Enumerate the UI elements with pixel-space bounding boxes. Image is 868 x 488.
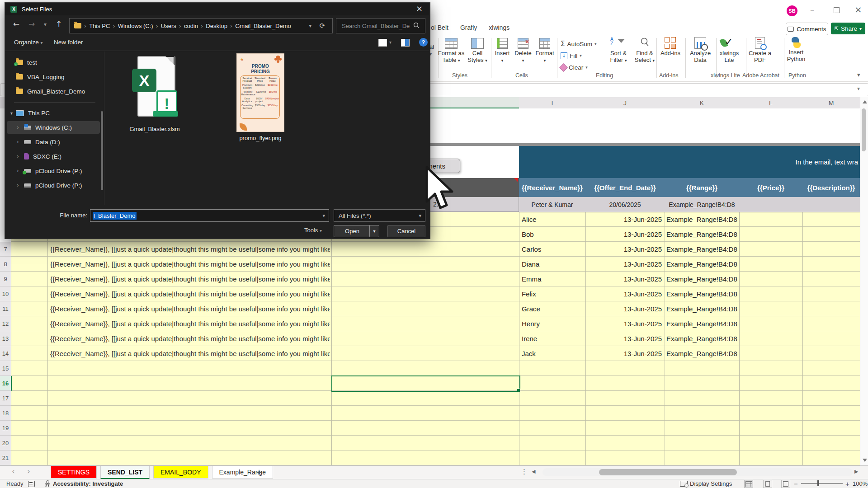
row-header-21[interactable]: 21 (0, 450, 11, 465)
recipient-name-cell[interactable]: Emma (522, 272, 584, 286)
sidebar-item-windows-c-[interactable]: ›Windows (C:) (7, 121, 100, 134)
row-header-14[interactable]: 14 (0, 346, 11, 361)
share-button[interactable]: ⇱ Share ▾ (831, 23, 865, 34)
zoom-level[interactable]: 100% (853, 480, 868, 487)
recipient-name-cell[interactable]: Alice (522, 212, 584, 226)
recipient-date-cell[interactable]: 13-Jun-2025 (585, 212, 662, 226)
fill-handle[interactable] (517, 389, 520, 392)
nav-up-icon[interactable]: ↑ (56, 19, 62, 28)
insert-cells-button[interactable]: Insert▾ (492, 37, 513, 76)
next-sheet-arrow[interactable]: › (27, 467, 30, 476)
new-sheet-button[interactable]: + (256, 468, 262, 477)
row-header-11[interactable]: 11 (0, 301, 11, 316)
recipient-range-cell[interactable]: Example_Range!B4:D8 (666, 301, 739, 316)
ribbon-tab-grafly[interactable]: Grafly (460, 24, 477, 35)
recipient-name-cell[interactable]: Felix (522, 286, 584, 301)
sidebar-item-this-pc[interactable]: ▾This PC (7, 107, 100, 119)
template-header-cell[interactable]: {{Offer_End_Date}} (585, 178, 665, 197)
recipient-name-cell[interactable]: Diana (522, 257, 584, 271)
recipient-date-cell[interactable]: 13-Jun-2025 (585, 316, 662, 331)
message-template-cell[interactable]: {{Receiver_Name}}, [[just a quick update… (50, 301, 330, 316)
cancel-button[interactable]: Cancel (387, 225, 425, 237)
sidebar-item-data-d-[interactable]: ›Data (D:) (7, 136, 100, 148)
sheet-tab-send_list[interactable]: SEND_LIST (100, 466, 150, 479)
message-template-cell[interactable]: {{Receiver_Name}}, [[just a quick update… (50, 272, 330, 286)
zoom-slider-thumb[interactable] (817, 480, 819, 486)
sidebar-item-vba-logging[interactable]: VBA_Logging (7, 70, 100, 83)
recipient-range-cell[interactable]: Example_Range!B4:D8 (666, 257, 739, 271)
sidebar-scrollbar[interactable] (101, 111, 103, 190)
row-header-19[interactable]: 19 (0, 421, 11, 436)
ribbon-tab-ol-belt[interactable]: ol Belt (431, 24, 448, 35)
recipient-name-cell[interactable]: Carlos (522, 242, 584, 256)
example-row-cell[interactable]: Peter & Kumar (519, 197, 586, 212)
row-header-20[interactable]: 20 (0, 436, 11, 450)
autosum-button[interactable]: Σ AutoSum▾ (561, 39, 597, 49)
sidebar-item-sdxc-e-[interactable]: ›SDXC (E:) (7, 150, 100, 163)
display-settings-label[interactable]: Display Settings (690, 480, 732, 487)
open-button[interactable]: Open (334, 225, 371, 237)
vertical-scroll-thumb[interactable] (862, 108, 866, 151)
search-box[interactable]: Search Gmail_Blaster_Demo (336, 18, 425, 33)
recipient-range-cell[interactable]: Example_Range!B4:D8 (666, 331, 739, 346)
recipient-date-cell[interactable]: 13-Jun-2025 (585, 331, 662, 346)
sort-filter-button[interactable]: AZ Sort & Filter ▾ (606, 37, 631, 76)
comments-button[interactable]: Comments (786, 23, 828, 35)
collapse-chevron-icon[interactable]: › (17, 182, 19, 188)
scroll-up-arrow[interactable] (863, 100, 867, 103)
recipient-name-cell[interactable]: Bob (522, 227, 584, 241)
column-header-L[interactable]: L (739, 97, 803, 108)
preview-pane-button[interactable] (401, 39, 410, 47)
nav-forward-icon[interactable]: → (28, 19, 35, 28)
row-header-16[interactable]: 16 (0, 376, 12, 391)
recipient-date-cell[interactable]: 13-Jun-2025 (585, 242, 662, 256)
recipient-range-cell[interactable]: Example_Range!B4:D8 (666, 272, 739, 286)
recipient-date-cell[interactable]: 13-Jun-2025 (585, 286, 662, 301)
template-header-cell[interactable]: {{Range}} (665, 178, 740, 197)
recipient-range-cell[interactable]: Example_Range!B4:D8 (666, 316, 739, 331)
row-header-10[interactable]: 10 (0, 286, 11, 301)
format-cells-button[interactable]: Format▾ (533, 37, 556, 76)
sidebar-item-test[interactable]: ✓test (7, 56, 100, 69)
sheet-tab-settings[interactable]: SETTINGS (51, 466, 97, 479)
xlwings-lite-button[interactable]: ✓ xlwings Lite (717, 37, 741, 76)
sheet-tab-example_range[interactable]: Example_Range (212, 466, 274, 479)
insert-python-button[interactable]: Insert Python (783, 37, 809, 76)
sidebar-item-gmail-blaster-demo[interactable]: Gmail_Blaster_Demo (7, 85, 100, 98)
nav-recent-icon[interactable]: ▾ (44, 21, 47, 28)
breadcrumb-item[interactable]: Users (161, 23, 176, 29)
column-header-K[interactable]: K (665, 97, 740, 108)
view-page-layout-button[interactable] (763, 480, 772, 488)
view-mode-button[interactable] (378, 39, 387, 47)
recipient-date-cell[interactable]: 13-Jun-2025 (585, 257, 662, 271)
example-row-cell[interactable] (739, 197, 803, 212)
minimize-button[interactable]: – (810, 5, 814, 14)
vertical-scrollbar[interactable] (860, 97, 868, 465)
breadcrumb-item[interactable]: Windows (C:) (118, 23, 153, 29)
fill-button[interactable]: ↓ Fill▾ (561, 51, 582, 61)
recipient-name-cell[interactable]: Henry (522, 316, 584, 331)
sheet-tab-email_body[interactable]: EMAIL_BODY (153, 466, 208, 479)
message-template-cell[interactable]: {{Receiver_Name}}, [[just a quick update… (50, 331, 330, 346)
zoom-in-button[interactable]: + (845, 480, 849, 488)
template-header-cell[interactable]: {{Receiver_Name}} (519, 178, 586, 197)
tools-button[interactable]: Tools ▾ (304, 227, 322, 234)
address-dropdown-icon[interactable]: ▾ (309, 23, 311, 29)
file-name-input[interactable]: l_Blaster_Demo ▾ (90, 209, 329, 222)
sidebar-item-pcloud-drive-p-[interactable]: ›pCloud Drive (P:) (7, 179, 100, 192)
column-header-J[interactable]: J (585, 97, 665, 108)
recipient-date-cell[interactable]: 13-Jun-2025 (585, 272, 662, 286)
column-header-M[interactable]: M (802, 97, 860, 108)
address-bar[interactable]: ›This PC›Windows (C:)›Users›codin›Deskto… (69, 18, 333, 33)
recipient-range-cell[interactable]: Example_Range!B4:D8 (666, 227, 739, 241)
collapse-chevron-icon[interactable]: › (17, 124, 19, 131)
recipient-range-cell[interactable]: Example_Range!B4:D8 (666, 212, 739, 226)
avatar[interactable]: SB (787, 5, 797, 16)
recipient-range-cell[interactable]: Example_Range!B4:D8 (666, 346, 739, 361)
dialog-close-icon[interactable]: × (416, 4, 423, 13)
accessibility-status[interactable]: Accessibility: Investigate (53, 480, 123, 487)
analyze-data-button[interactable]: Analyze Data (687, 37, 713, 76)
breadcrumb-item[interactable]: Desktop (206, 23, 227, 29)
sidebar-item-pcloud-drive-p-[interactable]: ›pCloud Drive (P:) (7, 164, 100, 177)
open-split-dropdown[interactable]: ▾ (369, 225, 379, 237)
